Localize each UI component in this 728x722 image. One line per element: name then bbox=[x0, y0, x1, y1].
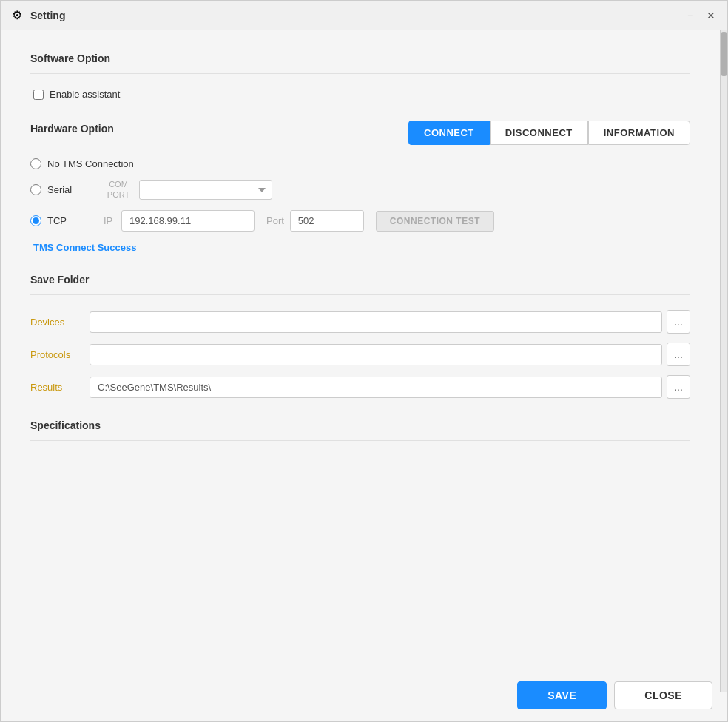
settings-window: ⚙ Setting − ✕ Software Option Enable ass… bbox=[0, 0, 728, 722]
enable-assistant-checkbox[interactable] bbox=[33, 90, 44, 100]
scrollbar-thumb[interactable] bbox=[721, 32, 727, 76]
window-title: Setting bbox=[30, 10, 683, 21]
save-folder-section: Save Folder Devices ... Protocols ... Re… bbox=[30, 274, 690, 399]
tcp-row: TCP IP Port CONNECTION TEST bbox=[30, 210, 690, 232]
title-bar-controls: − ✕ bbox=[683, 8, 718, 23]
specifications-title: Specifications bbox=[30, 419, 690, 431]
com-port-select[interactable] bbox=[139, 180, 272, 200]
results-label: Results bbox=[30, 382, 90, 393]
tms-status: TMS Connect Success bbox=[33, 242, 690, 253]
specs-divider bbox=[30, 440, 690, 441]
connection-test-button[interactable]: CONNECTION TEST bbox=[376, 211, 494, 232]
devices-input[interactable] bbox=[90, 311, 662, 333]
disconnect-button[interactable]: DISCONNECT bbox=[490, 121, 588, 145]
hardware-option-section: Hardware Option CONNECT DISCONNECT INFOR… bbox=[30, 121, 690, 253]
serial-radio[interactable] bbox=[30, 184, 41, 195]
hardware-section-title: Hardware Option bbox=[30, 123, 114, 135]
hardware-buttons: CONNECT DISCONNECT INFORMATION bbox=[408, 121, 690, 145]
no-tms-radio[interactable] bbox=[30, 158, 41, 169]
specifications-section: Specifications bbox=[30, 419, 690, 441]
ip-input[interactable] bbox=[121, 210, 255, 232]
protocols-label: Protocols bbox=[30, 349, 90, 360]
protocols-input[interactable] bbox=[90, 344, 662, 365]
close-window-button[interactable]: ✕ bbox=[704, 8, 718, 23]
no-tms-row: No TMS Connection bbox=[30, 158, 690, 169]
com-port-label: COMPORT bbox=[104, 180, 133, 199]
devices-row: Devices ... bbox=[30, 310, 690, 334]
devices-browse-button[interactable]: ... bbox=[667, 310, 690, 334]
devices-label: Devices bbox=[30, 317, 90, 328]
main-content: Software Option Enable assistant Hardwar… bbox=[1, 30, 720, 669]
enable-assistant-row: Enable assistant bbox=[33, 89, 690, 100]
protocols-browse-button[interactable]: ... bbox=[667, 343, 690, 366]
ip-label: IP bbox=[104, 215, 121, 226]
enable-assistant-label: Enable assistant bbox=[50, 89, 120, 100]
software-divider bbox=[30, 73, 690, 74]
close-button[interactable]: CLOSE bbox=[614, 681, 712, 709]
connect-button[interactable]: CONNECT bbox=[408, 121, 490, 145]
serial-row: Serial COMPORT bbox=[30, 180, 690, 200]
serial-label: Serial bbox=[47, 184, 92, 195]
software-section-title: Software Option bbox=[30, 53, 690, 64]
software-option-section: Software Option Enable assistant bbox=[30, 53, 690, 100]
results-browse-button[interactable]: ... bbox=[667, 375, 690, 399]
window-icon: ⚙ bbox=[10, 8, 24, 23]
save-button[interactable]: SAVE bbox=[517, 681, 607, 709]
results-row: Results ... bbox=[30, 375, 690, 399]
no-tms-label: No TMS Connection bbox=[47, 158, 134, 169]
protocols-row: Protocols ... bbox=[30, 343, 690, 366]
title-bar: ⚙ Setting − ✕ bbox=[1, 1, 727, 30]
tcp-radio[interactable] bbox=[30, 215, 41, 226]
information-button[interactable]: INFORMATION bbox=[588, 121, 690, 145]
tcp-label: TCP bbox=[47, 215, 92, 226]
port-input[interactable] bbox=[290, 210, 364, 232]
minimize-button[interactable]: − bbox=[683, 8, 698, 23]
save-folder-divider bbox=[30, 294, 690, 295]
hardware-header: Hardware Option CONNECT DISCONNECT INFOR… bbox=[30, 121, 690, 145]
results-input[interactable] bbox=[90, 377, 662, 398]
scrollbar[interactable] bbox=[720, 30, 727, 692]
save-folder-title: Save Folder bbox=[30, 274, 690, 286]
port-label: Port bbox=[266, 215, 284, 226]
footer: SAVE CLOSE bbox=[1, 669, 727, 721]
